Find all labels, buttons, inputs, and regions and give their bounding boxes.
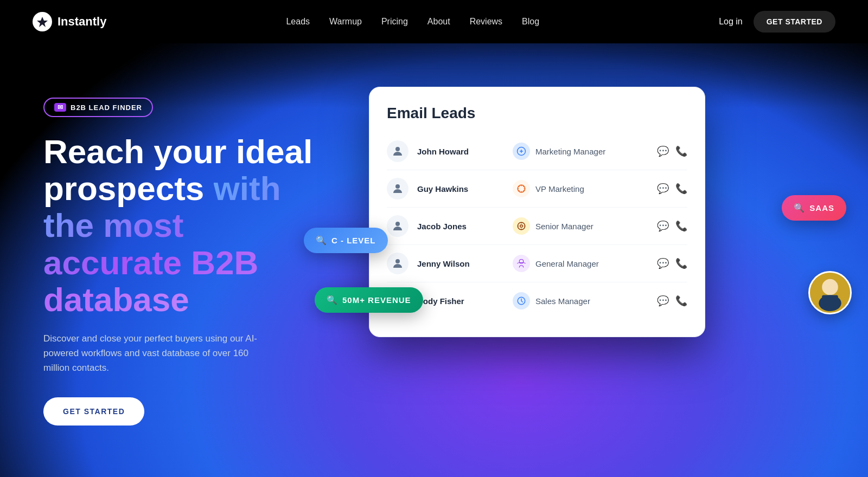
login-link[interactable]: Log in xyxy=(719,17,743,27)
role-icon xyxy=(513,292,530,310)
search-icon: 🔍 xyxy=(794,203,805,213)
hero-section: ✉ B2B LEAD FINDER Reach your ideal prosp… xyxy=(0,43,868,477)
lead-name: Jacob Jones xyxy=(417,222,504,231)
phone-icon: 📞 xyxy=(675,145,687,157)
logo[interactable]: Instantly xyxy=(33,12,106,31)
hero-left: ✉ B2B LEAD FINDER Reach your ideal prosp… xyxy=(43,76,326,426)
lead-name: Cody Fisher xyxy=(417,296,504,306)
lead-role-wrap: General Manager xyxy=(513,255,648,272)
role-icon xyxy=(513,217,530,235)
lead-actions: 💬 📞 xyxy=(657,183,687,195)
avatar xyxy=(387,178,409,199)
role-icon xyxy=(513,180,530,197)
card-title: Email Leads xyxy=(387,105,687,122)
lead-role-wrap: Senior Manager xyxy=(513,217,648,235)
lead-row: Cody Fisher Sales Manager 💬 📞 xyxy=(387,282,687,319)
lead-role-wrap: Sales Manager xyxy=(513,292,648,310)
nav-item-leads[interactable]: Leads xyxy=(286,17,310,26)
phone-icon: 📞 xyxy=(675,257,687,269)
svg-point-5 xyxy=(395,222,400,226)
phone-icon: 📞 xyxy=(675,183,687,195)
logo-icon xyxy=(33,12,52,31)
svg-point-3 xyxy=(395,184,400,189)
badge-c-level: 🔍 C - LEVEL xyxy=(304,228,388,253)
chat-icon: 💬 xyxy=(657,183,669,195)
nav-item-reviews[interactable]: Reviews xyxy=(470,17,502,26)
badge-text: B2B LEAD FINDER xyxy=(71,104,142,112)
logo-text: Instantly xyxy=(58,15,106,29)
hero-cta-button[interactable]: GET STARTED xyxy=(43,397,144,426)
lead-name: Jenny Wilson xyxy=(417,259,504,268)
hero-title: Reach your ideal prospects with the most… xyxy=(43,133,326,318)
role-icon xyxy=(513,143,530,160)
search-icon: 🔍 xyxy=(327,295,338,305)
person-avatar xyxy=(808,271,852,314)
navbar: Instantly Leads Warmup Pricing About Rev… xyxy=(0,0,868,43)
avatar xyxy=(387,253,409,274)
avatar xyxy=(387,140,409,162)
lead-row: John Howard Marketing Manager 💬 📞 xyxy=(387,133,687,170)
lead-row: Guy Hawkins VP Marketing 💬 📞 xyxy=(387,170,687,208)
role-icon xyxy=(513,255,530,272)
phone-icon: 📞 xyxy=(675,220,687,232)
lead-actions: 💬 📞 xyxy=(657,145,687,157)
chat-icon: 💬 xyxy=(657,257,669,269)
lead-role: VP Marketing xyxy=(535,184,584,194)
lead-role: General Manager xyxy=(535,259,599,268)
nav-right: Log in GET STARTED xyxy=(719,11,835,33)
chat-icon: 💬 xyxy=(657,295,669,307)
badge-saas: 🔍 SAAS xyxy=(782,195,846,221)
badge-icon: ✉ xyxy=(54,103,66,112)
svg-point-7 xyxy=(520,225,523,228)
badge-revenue: 🔍 50M+ REVENUE xyxy=(315,287,423,313)
lead-role-wrap: Marketing Manager xyxy=(513,143,648,160)
svg-point-8 xyxy=(395,259,400,263)
avatar xyxy=(387,215,409,237)
lead-role: Sales Manager xyxy=(535,296,590,306)
chat-icon: 💬 xyxy=(657,145,669,157)
hero-subtitle: Discover and close your perfect buyers u… xyxy=(43,331,271,376)
hero-badge: ✉ B2B LEAD FINDER xyxy=(43,98,153,117)
nav-links: Leads Warmup Pricing About Reviews Blog xyxy=(286,17,539,27)
nav-item-pricing[interactable]: Pricing xyxy=(381,17,408,26)
saas-text: SAAS xyxy=(809,203,834,212)
svg-rect-14 xyxy=(822,295,838,305)
nav-item-blog[interactable]: Blog xyxy=(522,17,539,26)
lead-row: Jacob Jones Senior Manager 💬 📞 xyxy=(387,208,687,245)
lead-name: John Howard xyxy=(417,147,504,156)
search-icon: 🔍 xyxy=(316,235,327,246)
chat-icon: 💬 xyxy=(657,220,669,232)
revenue-text: 50M+ REVENUE xyxy=(342,295,411,305)
lead-role: Senior Manager xyxy=(535,222,593,231)
lead-role: Marketing Manager xyxy=(535,147,605,156)
lead-row: Jenny Wilson General Manager 💬 📞 xyxy=(387,245,687,282)
lead-actions: 💬 📞 xyxy=(657,220,687,232)
svg-point-12 xyxy=(822,279,838,295)
lead-actions: 💬 📞 xyxy=(657,295,687,307)
nav-cta-button[interactable]: GET STARTED xyxy=(754,11,835,33)
phone-icon: 📞 xyxy=(675,295,687,307)
lead-role-wrap: VP Marketing xyxy=(513,180,648,197)
hero-right: Email Leads John Howard Marketing Manage… xyxy=(326,76,835,337)
svg-point-1 xyxy=(395,147,400,151)
svg-marker-0 xyxy=(37,17,48,27)
nav-item-about[interactable]: About xyxy=(427,17,450,26)
nav-item-warmup[interactable]: Warmup xyxy=(329,17,362,26)
lead-name: Guy Hawkins xyxy=(417,184,504,194)
lead-actions: 💬 📞 xyxy=(657,257,687,269)
c-level-text: C - LEVEL xyxy=(331,236,376,245)
